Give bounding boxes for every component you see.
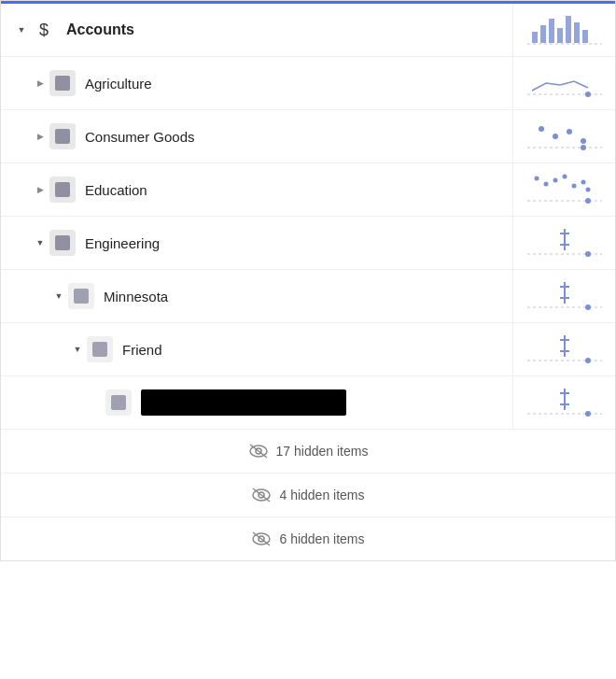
hidden-4-label: 4 hidden items	[279, 488, 364, 502]
accounts-tree: Accounts Agriculture	[0, 0, 616, 561]
sparkline-chart	[527, 11, 602, 49]
tree-row: Accounts	[1, 1, 615, 57]
svg-point-22	[585, 188, 590, 192]
eye-slash-icon	[251, 530, 272, 547]
sparkline-chart	[527, 277, 602, 315]
svg-rect-0	[532, 32, 538, 43]
minnesota-icon	[68, 283, 94, 309]
svg-rect-3	[557, 28, 563, 43]
education-icon	[49, 177, 76, 203]
tree-row: Agriculture	[1, 57, 615, 110]
svg-point-15	[581, 145, 586, 150]
chevron-friend[interactable]	[68, 340, 87, 359]
svg-point-12	[567, 129, 572, 134]
svg-rect-4	[566, 16, 571, 43]
sparkline-chart	[527, 118, 602, 155]
eye-slash-icon	[251, 487, 272, 503]
tree-row: Minnesota	[1, 270, 615, 323]
agriculture-icon	[49, 70, 76, 96]
hidden-items-4[interactable]: 4 hidden items	[1, 474, 615, 517]
sparkline-chart	[527, 171, 602, 208]
friend-sparkline	[512, 323, 615, 375]
sparkline-chart	[527, 331, 602, 368]
svg-point-10	[539, 126, 544, 132]
minnesota-sparkline	[512, 270, 615, 322]
minnesota-label: Minnesota	[104, 289, 168, 304]
sparkline-chart	[527, 224, 602, 262]
tree-row: Education	[1, 163, 615, 217]
svg-rect-5	[574, 22, 580, 43]
tree-row: Engineering	[1, 217, 615, 270]
agriculture-sparkline	[512, 57, 615, 109]
svg-rect-6	[582, 30, 588, 43]
svg-point-19	[562, 175, 567, 179]
hidden-items-6[interactable]: 6 hidden items	[1, 517, 615, 560]
consumer-goods-icon	[49, 123, 76, 149]
svg-point-18	[553, 178, 557, 183]
friend-label: Friend	[122, 342, 162, 358]
chevron-minnesota[interactable]	[49, 287, 68, 305]
engineering-label: Engineering	[85, 235, 160, 251]
engineering-icon	[49, 230, 76, 256]
accounts-label: Accounts	[66, 21, 134, 38]
consumer-goods-sparkline	[512, 110, 615, 163]
svg-point-39	[585, 358, 591, 363]
education-label: Education	[85, 182, 147, 198]
redacted-content	[141, 389, 346, 416]
sparkline-chart	[527, 64, 602, 102]
education-sparkline	[512, 163, 615, 216]
svg-rect-2	[549, 19, 554, 43]
hidden-items-17[interactable]: 17 hidden items	[1, 430, 615, 474]
redacted-sparkline	[512, 376, 615, 429]
hidden-6-label: 6 hidden items	[279, 531, 364, 546]
agriculture-label: Agriculture	[85, 76, 152, 92]
hidden-17-label: 17 hidden items	[276, 444, 369, 459]
svg-point-16	[534, 177, 539, 181]
friend-icon	[87, 336, 113, 362]
svg-rect-1	[540, 25, 546, 43]
engineering-sparkline	[512, 217, 615, 269]
svg-point-21	[581, 180, 585, 185]
chevron-engineering[interactable]	[31, 233, 49, 252]
chevron-education[interactable]	[31, 180, 49, 199]
eye-slash-icon	[248, 443, 269, 460]
sparkline-chart	[527, 384, 602, 421]
svg-point-29	[585, 251, 591, 257]
svg-point-9	[585, 92, 591, 97]
svg-point-17	[543, 182, 548, 187]
svg-point-11	[553, 134, 558, 139]
tree-row: Friend	[1, 323, 615, 376]
redacted-icon	[105, 389, 132, 416]
dollar-icon	[31, 17, 57, 43]
tree-row-redacted	[1, 376, 615, 430]
chevron-consumer-goods[interactable]	[31, 127, 49, 146]
svg-point-44	[585, 411, 591, 417]
accounts-sparkline	[512, 4, 615, 56]
svg-point-34	[585, 304, 591, 310]
consumer-goods-label: Consumer Goods	[85, 129, 195, 145]
svg-point-13	[581, 138, 586, 144]
svg-point-20	[571, 184, 576, 189]
chevron-agriculture[interactable]	[31, 74, 49, 92]
tree-row: Consumer Goods	[1, 110, 615, 163]
svg-point-24	[585, 198, 591, 204]
chevron-accounts[interactable]	[12, 21, 31, 39]
